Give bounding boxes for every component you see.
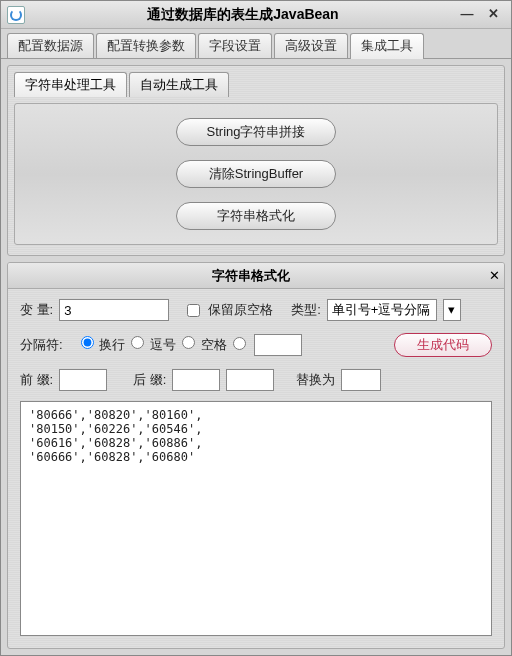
- delim-comma-radio[interactable]: [131, 336, 144, 349]
- var-input[interactable]: [59, 299, 169, 321]
- delim-custom-input[interactable]: [254, 334, 302, 356]
- subtab-autogen-tools[interactable]: 自动生成工具: [129, 72, 229, 97]
- tab-integration-tools[interactable]: 集成工具: [350, 33, 424, 59]
- delim-space-radio[interactable]: [182, 336, 195, 349]
- subtabs: 字符串处理工具 自动生成工具: [14, 72, 498, 97]
- main-tabs: 配置数据源 配置转换参数 字段设置 高级设置 集成工具: [1, 29, 511, 59]
- type-dropdown-button[interactable]: ▾: [443, 299, 461, 321]
- type-select-display[interactable]: [327, 299, 437, 321]
- tab-advanced[interactable]: 高级设置: [274, 33, 348, 58]
- titlebar: 通过数据库的表生成JavaBean — ✕: [1, 1, 511, 29]
- replace-label: 替换为: [296, 371, 335, 389]
- string-concat-button[interactable]: String字符串拼接: [176, 118, 336, 146]
- close-button[interactable]: ✕: [481, 5, 505, 25]
- main-window: 通过数据库的表生成JavaBean — ✕ 配置数据源 配置转换参数 字段设置 …: [0, 0, 512, 656]
- keep-spaces-label: 保留原空格: [208, 301, 273, 319]
- tab-field-settings[interactable]: 字段设置: [198, 33, 272, 58]
- delim-space-option[interactable]: 空格: [182, 336, 227, 354]
- replace-input[interactable]: [341, 369, 381, 391]
- suffix-label: 后 缀:: [133, 371, 166, 389]
- delim-newline-radio[interactable]: [81, 336, 94, 349]
- format-form: 变 量: 保留原空格 类型: ▾ 分隔符: 换行 逗号: [8, 289, 504, 401]
- delim-custom-radio[interactable]: [233, 337, 246, 350]
- tab-datasource[interactable]: 配置数据源: [7, 33, 94, 58]
- suffix-input[interactable]: [172, 369, 220, 391]
- window-title: 通过数据库的表生成JavaBean: [33, 6, 453, 24]
- sub-window-title: 字符串格式化: [12, 267, 489, 285]
- output-textarea[interactable]: '80666','80820','80160', '80150','60226'…: [20, 401, 492, 636]
- prefix-input[interactable]: [59, 369, 107, 391]
- app-icon: [7, 6, 25, 24]
- minimize-button[interactable]: —: [455, 5, 479, 25]
- string-tools-panel: String字符串拼接 清除StringBuffer 字符串格式化: [14, 103, 498, 245]
- var-label: 变 量:: [20, 301, 53, 319]
- tools-panel: 字符串处理工具 自动生成工具 String字符串拼接 清除StringBuffe…: [7, 65, 505, 256]
- delim-newline-option[interactable]: 换行: [81, 336, 126, 354]
- generate-code-button[interactable]: 生成代码: [394, 333, 492, 357]
- sub-close-button[interactable]: ✕: [489, 268, 500, 283]
- type-label: 类型:: [291, 301, 321, 319]
- keep-spaces-checkbox[interactable]: [187, 304, 200, 317]
- prefix-label: 前 缀:: [20, 371, 53, 389]
- delim-comma-option[interactable]: 逗号: [131, 336, 176, 354]
- delim-label: 分隔符:: [20, 336, 63, 354]
- string-format-button[interactable]: 字符串格式化: [176, 202, 336, 230]
- delim-custom-option[interactable]: [233, 337, 248, 353]
- suffix-input-2[interactable]: [226, 369, 274, 391]
- tab-convert-params[interactable]: 配置转换参数: [96, 33, 196, 58]
- subtab-string-tools[interactable]: 字符串处理工具: [14, 72, 127, 97]
- sub-titlebar: 字符串格式化 ✕: [8, 263, 504, 289]
- format-subwindow: 字符串格式化 ✕ 变 量: 保留原空格 类型: ▾ 分隔符: 换行: [7, 262, 505, 649]
- clear-stringbuffer-button[interactable]: 清除StringBuffer: [176, 160, 336, 188]
